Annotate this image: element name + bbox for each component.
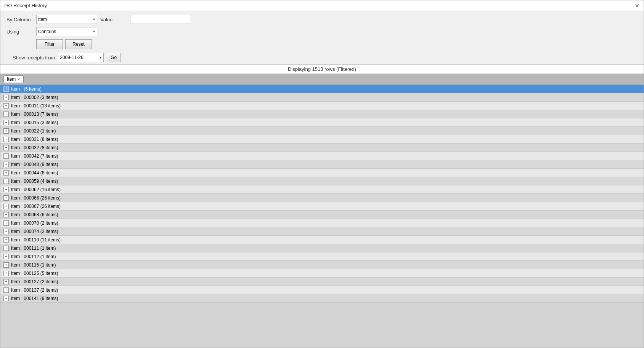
row-label: Item : 000068 (6 items) bbox=[11, 212, 58, 217]
table-row[interactable]: +Item : 000074 (2 items) bbox=[0, 227, 644, 236]
table-row[interactable]: +Item : 000002 (3 items) bbox=[0, 93, 644, 102]
row-label: Item : 000011 (13 items) bbox=[11, 103, 61, 109]
table-row[interactable]: +Item : 000141 (9 items) bbox=[0, 294, 644, 303]
expand-icon[interactable]: + bbox=[3, 120, 9, 125]
expand-icon[interactable]: + bbox=[3, 86, 9, 92]
expand-icon[interactable]: + bbox=[3, 287, 9, 293]
expand-icon[interactable]: + bbox=[3, 128, 9, 134]
row-label: Item : 000115 (1 item) bbox=[11, 262, 56, 268]
row-label: Item : 000062 (16 items) bbox=[11, 187, 61, 192]
expand-icon[interactable]: + bbox=[3, 95, 9, 100]
row-label: Item : 000125 (5 items) bbox=[11, 271, 58, 276]
row-label: Item : 000043 (9 items) bbox=[11, 162, 58, 167]
table-row[interactable]: +Item : (5 items) bbox=[0, 85, 644, 93]
toolbar-area: By Column Item Date Vendor PO Number Val… bbox=[0, 11, 644, 64]
table-row[interactable]: +Item : 000070 (2 items) bbox=[0, 219, 644, 227]
expand-icon[interactable]: + bbox=[3, 170, 9, 176]
button-row: Filter Reset bbox=[6, 39, 638, 49]
group-column-tag[interactable]: Item ✕ bbox=[3, 75, 24, 83]
table-row[interactable]: +Item : 000043 (9 items) bbox=[0, 160, 644, 169]
expand-icon[interactable]: + bbox=[3, 279, 9, 284]
row-label: Item : 000112 (1 item) bbox=[11, 254, 56, 259]
table-row[interactable]: +Item : 000031 (8 items) bbox=[0, 135, 644, 144]
table-row[interactable]: +Item : 000067 (26 items) bbox=[0, 202, 644, 211]
row-label: Item : 000031 (8 items) bbox=[11, 137, 58, 142]
close-button[interactable]: ✕ bbox=[634, 2, 641, 9]
row-label: Item : 000110 (11 items) bbox=[11, 237, 61, 243]
expand-icon[interactable]: + bbox=[3, 237, 9, 243]
row-label: Item : 000141 (9 items) bbox=[11, 296, 58, 301]
expand-icon[interactable]: + bbox=[3, 112, 9, 117]
table-row[interactable]: +Item : 000137 (2 items) bbox=[0, 286, 644, 294]
expand-icon[interactable]: + bbox=[3, 162, 9, 167]
table-row[interactable]: +Item : 000115 (1 item) bbox=[0, 261, 644, 269]
table-row[interactable]: +Item : 000062 (16 items) bbox=[0, 185, 644, 194]
expand-icon[interactable]: + bbox=[3, 137, 9, 142]
table-row[interactable]: +Item : 000015 (3 items) bbox=[0, 118, 644, 127]
row-label: Item : 000137 (2 items) bbox=[11, 287, 58, 293]
row-label: Item : (5 items) bbox=[11, 86, 42, 92]
using-select-wrapper: Contains Equals Starts With Ends With bbox=[36, 27, 97, 36]
status-bar: Displaying 1513 rows (Filtered) bbox=[0, 64, 644, 74]
expand-icon[interactable]: + bbox=[3, 204, 9, 209]
table-body[interactable]: +Item : (5 items)+Item : 000002 (3 items… bbox=[0, 85, 644, 348]
table-row[interactable]: +Item : 000042 (7 items) bbox=[0, 152, 644, 160]
row-label: Item : 000015 (3 items) bbox=[11, 120, 58, 125]
table-row[interactable]: +Item : 000059 (4 items) bbox=[0, 177, 644, 185]
table-row[interactable]: +Item : 000110 (11 items) bbox=[0, 236, 644, 244]
value-label: Value bbox=[100, 17, 127, 22]
row-label: Item : 000032 (8 items) bbox=[11, 145, 58, 150]
expand-icon[interactable]: + bbox=[3, 145, 9, 150]
table-row[interactable]: +Item : 000068 (6 items) bbox=[0, 211, 644, 219]
table-row[interactable]: +Item : 000011 (13 items) bbox=[0, 102, 644, 110]
row-label: Item : 000127 (2 items) bbox=[11, 279, 58, 284]
using-select[interactable]: Contains Equals Starts With Ends With bbox=[36, 27, 97, 36]
remove-group-icon[interactable]: ✕ bbox=[17, 77, 20, 81]
expand-icon[interactable]: + bbox=[3, 229, 9, 234]
expand-icon[interactable]: + bbox=[3, 212, 9, 217]
expand-icon[interactable]: + bbox=[3, 179, 9, 184]
expand-icon[interactable]: + bbox=[3, 271, 9, 276]
table-row[interactable]: +Item : 000032 (8 items) bbox=[0, 144, 644, 152]
row-label: Item : 000070 (2 items) bbox=[11, 220, 58, 226]
date-select[interactable]: 2009-11-26 bbox=[58, 53, 104, 62]
table-row[interactable]: +Item : 000125 (5 items) bbox=[0, 269, 644, 278]
row-label: Item : 000013 (7 items) bbox=[11, 112, 58, 117]
expand-icon[interactable]: + bbox=[3, 262, 9, 268]
expand-icon[interactable]: + bbox=[3, 246, 9, 251]
table-row[interactable]: +Item : 000127 (2 items) bbox=[0, 278, 644, 286]
main-window: P/O Receipt History ✕ By Column Item Dat… bbox=[0, 0, 644, 348]
table-row[interactable]: +Item : 000013 (7 items) bbox=[0, 110, 644, 118]
receipt-row: Show receipts from 2009-11-26 Go bbox=[6, 53, 638, 62]
table-row[interactable]: +Item : 000112 (1 item) bbox=[0, 252, 644, 261]
expand-icon[interactable]: + bbox=[3, 153, 9, 159]
go-button[interactable]: Go bbox=[107, 53, 120, 62]
expand-icon[interactable]: + bbox=[3, 195, 9, 201]
row-label: Item : 000067 (26 items) bbox=[11, 204, 61, 209]
expand-icon[interactable]: + bbox=[3, 187, 9, 192]
window-title: P/O Receipt History bbox=[3, 3, 47, 8]
table-row[interactable]: +Item : 000066 (25 items) bbox=[0, 194, 644, 202]
reset-button[interactable]: Reset bbox=[65, 39, 92, 49]
table-row[interactable]: +Item : 000044 (6 items) bbox=[0, 169, 644, 177]
row-label: Item : 000059 (4 items) bbox=[11, 179, 58, 184]
column-select[interactable]: Item Date Vendor PO Number bbox=[36, 15, 97, 24]
table-container: Item ✕ +Item : (5 items)+Item : 000002 (… bbox=[0, 74, 644, 348]
table-header: Item ✕ bbox=[0, 74, 644, 85]
table-row[interactable]: +Item : 000111 (1 item) bbox=[0, 244, 644, 252]
show-receipts-label: Show receipts from bbox=[13, 55, 55, 61]
by-column-label: By Column bbox=[6, 17, 33, 22]
expand-icon[interactable]: + bbox=[3, 296, 9, 301]
row-label: Item : 000074 (2 items) bbox=[11, 229, 58, 234]
by-column-row: By Column Item Date Vendor PO Number Val… bbox=[6, 15, 638, 24]
expand-icon[interactable]: + bbox=[3, 103, 9, 109]
expand-icon[interactable]: + bbox=[3, 254, 9, 259]
row-label: Item : 000111 (1 item) bbox=[11, 246, 56, 251]
filter-button[interactable]: Filter bbox=[36, 39, 63, 49]
using-label: Using bbox=[6, 29, 33, 35]
row-label: Item : 000044 (6 items) bbox=[11, 170, 58, 176]
table-row[interactable]: +Item : 000022 (1 item) bbox=[0, 127, 644, 135]
expand-icon[interactable]: + bbox=[3, 220, 9, 226]
date-select-wrapper: 2009-11-26 bbox=[58, 53, 104, 62]
value-input[interactable] bbox=[130, 15, 191, 24]
